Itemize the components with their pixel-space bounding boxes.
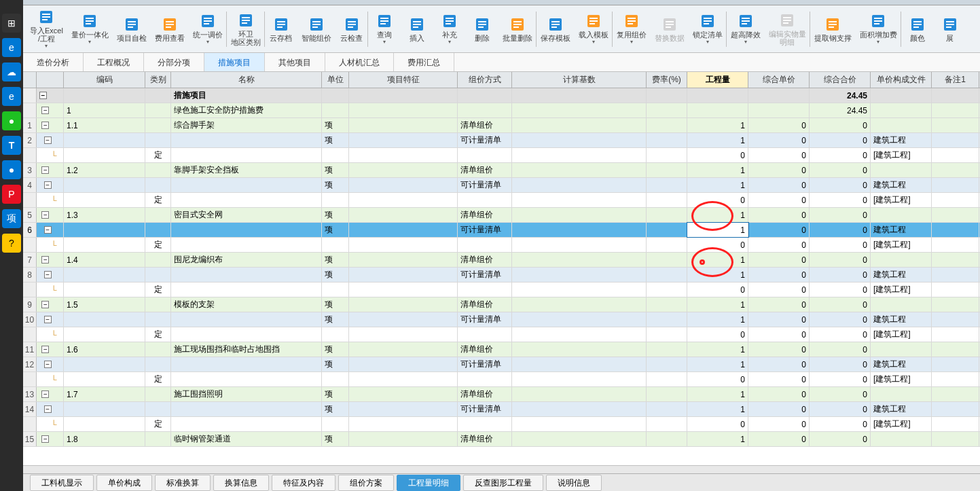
cell[interactable]: 0 <box>748 357 810 371</box>
cell[interactable] <box>512 178 647 192</box>
cell[interactable] <box>932 327 979 342</box>
cell[interactable] <box>349 253 458 267</box>
tree-toggle[interactable]: − <box>37 88 64 103</box>
cell[interactable] <box>458 103 512 117</box>
cell[interactable]: 可计量清单 <box>458 178 512 192</box>
cell[interactable] <box>349 163 458 177</box>
cell[interactable]: 0 <box>810 297 871 312</box>
cell[interactable] <box>932 223 979 237</box>
ribbon-展[interactable]: 展 <box>934 7 966 51</box>
cell[interactable]: 0 <box>748 253 810 267</box>
cell[interactable] <box>932 357 979 371</box>
cell[interactable] <box>647 312 687 327</box>
cell[interactable] <box>647 133 687 147</box>
cell[interactable]: 清单组价 <box>458 387 512 401</box>
cell[interactable]: 项 <box>322 133 349 147</box>
cell[interactable] <box>349 312 458 327</box>
cell[interactable] <box>647 163 687 177</box>
cell[interactable] <box>647 283 687 297</box>
cell[interactable] <box>171 193 322 207</box>
tree-cell[interactable]: − <box>37 342 64 357</box>
cell[interactable] <box>871 103 932 117</box>
ribbon-面积增加费[interactable]: 面积增加费▾ <box>856 7 901 51</box>
row-number[interactable]: 3 <box>23 163 37 177</box>
ribbon-智能组价[interactable]: 智能组价 <box>297 7 335 51</box>
cell[interactable]: 0 <box>748 402 810 416</box>
cell[interactable]: 可计量清单 <box>458 223 512 237</box>
cell[interactable]: 建筑工程 <box>871 223 932 237</box>
column-header[interactable]: 费率(%) <box>647 72 687 88</box>
cell[interactable]: 1 <box>687 297 748 312</box>
tree-cell[interactable]: − <box>37 163 64 177</box>
taskbar-icon[interactable]: T <box>2 136 21 155</box>
cell[interactable] <box>871 163 932 177</box>
tree-cell[interactable]: └ <box>37 238 64 252</box>
cell[interactable] <box>145 253 171 267</box>
tree-cell[interactable]: − <box>37 432 64 446</box>
cell[interactable] <box>349 193 458 207</box>
cell[interactable]: 密目式安全网 <box>171 208 322 222</box>
cell[interactable] <box>748 88 810 103</box>
cell[interactable]: 定 <box>145 238 171 252</box>
row-number[interactable]: 11 <box>23 342 37 357</box>
cell[interactable] <box>932 283 979 297</box>
cell[interactable] <box>647 208 687 222</box>
column-header[interactable]: 名称 <box>171 72 322 88</box>
bottom-tab-工料机显示[interactable]: 工料机显示 <box>30 475 94 491</box>
cell[interactable]: 1.5 <box>64 297 145 312</box>
cell[interactable] <box>171 312 322 327</box>
tree-cell[interactable]: − <box>37 268 64 282</box>
cell[interactable] <box>349 88 458 103</box>
cell[interactable]: 清单组价 <box>458 253 512 267</box>
row-number[interactable]: 13 <box>23 387 37 401</box>
column-header[interactable]: 单价构成文件 <box>871 72 932 88</box>
cell[interactable] <box>647 118 687 132</box>
tree-cell[interactable]: − <box>37 178 64 192</box>
cell[interactable]: 清单组价 <box>458 208 512 222</box>
table-row[interactable]: └定000[建筑工程] <box>23 283 980 297</box>
cell[interactable] <box>932 387 979 401</box>
cell[interactable] <box>512 342 647 357</box>
cell[interactable] <box>64 238 145 252</box>
cell[interactable] <box>932 253 979 267</box>
cell[interactable]: 1 <box>687 342 748 357</box>
taskbar-icon[interactable]: ⊞ <box>2 14 21 33</box>
tree-cell[interactable]: − <box>37 357 64 371</box>
cell[interactable] <box>512 208 647 222</box>
cell[interactable] <box>64 283 145 297</box>
cell[interactable] <box>512 238 647 252</box>
column-header[interactable]: 综合合价 <box>810 72 871 88</box>
cell[interactable] <box>171 327 322 342</box>
cell[interactable] <box>145 163 171 177</box>
cell[interactable]: [建筑工程] <box>871 238 932 252</box>
cell[interactable]: 0 <box>748 178 810 192</box>
cell[interactable] <box>932 118 979 132</box>
cell[interactable] <box>932 103 979 117</box>
cell[interactable]: 建筑工程 <box>871 312 932 327</box>
cell[interactable]: 靠脚手架安全挡板 <box>171 163 322 177</box>
row-number[interactable]: 12 <box>23 357 37 371</box>
cell[interactable] <box>932 148 979 162</box>
table-row[interactable]: └定000[建筑工程] <box>23 372 980 387</box>
taskbar-icon[interactable]: 项 <box>2 209 21 228</box>
cell[interactable]: 1 <box>687 253 748 267</box>
ribbon-导入Excel/工程[interactable]: 导入Excel /工程▾ <box>26 7 67 51</box>
cell[interactable]: 0 <box>748 148 810 162</box>
taskbar-icon[interactable]: ● <box>2 160 21 179</box>
cell[interactable] <box>687 103 748 117</box>
row-number[interactable]: 6 <box>23 223 37 237</box>
cell[interactable] <box>64 327 145 342</box>
tree-cell[interactable]: └ <box>37 283 64 297</box>
tab-工程概况[interactable]: 工程概况 <box>84 53 144 71</box>
cell[interactable] <box>145 312 171 327</box>
cell[interactable] <box>349 297 458 312</box>
ribbon-费用查看[interactable]: 费用查看 <box>151 7 189 51</box>
cell[interactable] <box>349 103 458 117</box>
table-row[interactable]: 5 −1.3密目式安全网项清单组价100 <box>23 208 980 223</box>
cell[interactable]: [建筑工程] <box>871 193 932 207</box>
cell[interactable] <box>349 342 458 357</box>
row-number[interactable]: 5 <box>23 208 37 222</box>
cell[interactable] <box>349 387 458 401</box>
cell[interactable] <box>932 238 979 252</box>
row-number[interactable]: 15 <box>23 432 37 446</box>
